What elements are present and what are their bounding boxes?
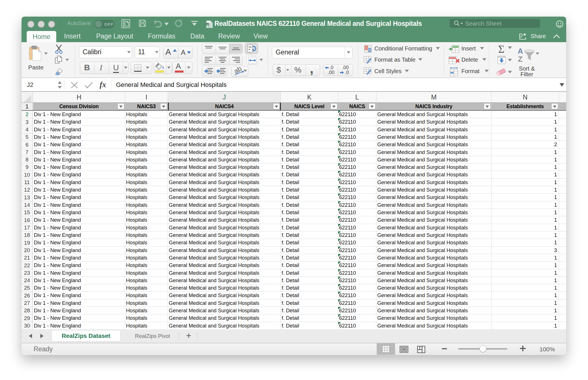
svg-text:x: x — [207, 23, 208, 26]
